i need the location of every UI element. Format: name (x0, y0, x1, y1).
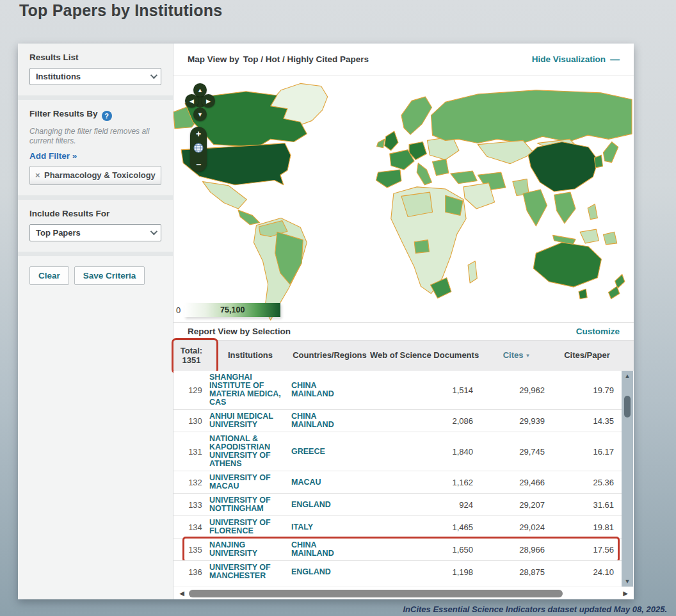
include-dropdown[interactable]: Top Papers (29, 224, 161, 241)
scroll-up-icon[interactable]: ▲ (625, 373, 631, 379)
filter-chip: × Pharmacology & Toxicology (35, 170, 156, 181)
main-panel: Results List Institutions Filter Results… (18, 44, 634, 599)
rank-cell: 130 (173, 416, 209, 426)
cites-per-paper-cell: 16.17 (552, 447, 622, 457)
filter-label-text: Filter Results By (29, 109, 98, 118)
country-link[interactable]: ITALY (291, 523, 368, 531)
customize-link[interactable]: Customize (576, 327, 620, 336)
globe-icon[interactable] (193, 143, 204, 156)
zoom-out-button[interactable]: − (196, 161, 201, 168)
filter-chip-label: Pharmacology & Toxicology (44, 170, 156, 180)
cites-per-paper-cell: 24.10 (552, 567, 622, 577)
table-wrap: 129SHANGHAI INSTITUTE OF MATERIA MEDICA,… (173, 371, 634, 587)
zoom-in-button[interactable]: + (196, 130, 201, 138)
vertical-scroll-track[interactable] (622, 379, 633, 578)
column-institutions: Institutions (209, 351, 291, 361)
pan-right-button[interactable]: ▶ (202, 94, 215, 108)
documents-cell: 924 (368, 500, 481, 510)
vertical-scrollbar[interactable]: ▲ ▼ (622, 371, 633, 587)
cites-per-paper-cell: 19.81 (552, 523, 622, 532)
results-list-label: Results List (29, 53, 161, 62)
table-row[interactable]: 136UNIVERSITY OF MANCHESTERENGLAND1,1982… (173, 560, 622, 583)
pan-left-button[interactable]: ◀ (185, 94, 198, 108)
country-link[interactable]: MACAU (291, 478, 368, 487)
total-value: 1351 (173, 356, 209, 366)
table-row[interactable]: 131NATIONAL & KAPODISTRIAN UNIVERSITY OF… (173, 432, 622, 471)
map-legend: 0 75,100 (176, 303, 280, 317)
filter-label: Filter Results By? (29, 109, 161, 121)
institution-link[interactable]: UNIVERSITY OF MANCHESTER (209, 563, 291, 580)
country-link[interactable]: ENGLAND (291, 568, 368, 576)
vertical-scroll-thumb[interactable] (624, 396, 631, 417)
cites-cell: 29,207 (481, 500, 552, 510)
results-list-section: Results List Institutions (18, 44, 173, 95)
table-header: Total: 1351 Institutions Countries/Regio… (173, 340, 634, 371)
results-list-dropdown[interactable]: Institutions (29, 68, 161, 85)
map-zoom-control: + − (190, 127, 207, 172)
total-header: Total: 1351 (173, 346, 209, 366)
scroll-down-icon[interactable]: ▼ (625, 578, 631, 585)
country-link[interactable]: GREECE (291, 448, 368, 456)
map-area: ▲ ◀ ▶ ▼ + − 0 (173, 76, 634, 322)
collapse-icon: — (610, 54, 620, 65)
institution-link[interactable]: NANJING UNIVERSITY (209, 541, 291, 558)
country-link[interactable]: CHINA MAINLAND (291, 412, 368, 429)
content: Map View byTop / Hot / Highly Cited Pape… (173, 44, 634, 599)
horizontal-scroll-thumb[interactable] (189, 590, 563, 597)
country-link[interactable]: CHINA MAINLAND (291, 382, 368, 398)
remove-filter-icon[interactable]: × (35, 170, 40, 181)
table-row[interactable]: 129SHANGHAI INSTITUTE OF MATERIA MEDICA,… (173, 371, 622, 409)
country-link[interactable]: ENGLAND (291, 501, 368, 509)
legend-max-value: 75,100 (220, 305, 245, 314)
report-header: Report View by Selection Customize (173, 322, 634, 340)
chevron-down-icon (150, 72, 157, 79)
documents-cell: 1,465 (368, 523, 481, 532)
page-title: Top Papers by Institutions (19, 1, 222, 20)
institution-link[interactable]: UNIVERSITY OF FLORENCE (209, 519, 291, 535)
documents-cell: 2,086 (368, 416, 481, 426)
map-header: Map View byTop / Hot / Highly Cited Pape… (173, 44, 634, 76)
table-row[interactable]: 133UNIVERSITY OF NOTTINGHAMENGLAND92429,… (173, 493, 622, 515)
table-row[interactable]: 134UNIVERSITY OF FLORENCEITALY1,46529,02… (173, 515, 622, 538)
filter-note: Changing the filter field removes all cu… (29, 127, 161, 146)
rank-cell: 129 (173, 385, 209, 395)
column-countries: Countries/Regions (291, 351, 368, 361)
rank-cell: 133 (173, 500, 209, 510)
save-criteria-button[interactable]: Save Criteria (74, 266, 145, 285)
cites-per-paper-cell: 19.79 (552, 385, 622, 395)
scroll-right-icon[interactable]: ▶ (621, 590, 630, 597)
horizontal-scroll-track[interactable] (186, 589, 621, 598)
institution-link[interactable]: ANHUI MEDICAL UNIVERSITY (209, 412, 291, 429)
include-value: Top Papers (36, 228, 81, 238)
rank-cell: 135 (173, 545, 209, 555)
institution-link[interactable]: NATIONAL & KAPODISTRIAN UNIVERSITY OF AT… (209, 435, 291, 468)
horizontal-scrollbar[interactable]: ◀ ▶ (173, 587, 634, 599)
sort-desc-icon: ▼ (525, 353, 530, 359)
institution-link[interactable]: UNIVERSITY OF NOTTINGHAM (209, 496, 291, 513)
table-row-highlighted[interactable]: 135NANJING UNIVERSITYCHINA MAINLAND1,650… (173, 538, 622, 560)
country-link[interactable]: CHINA MAINLAND (291, 541, 368, 558)
documents-cell: 1,162 (368, 478, 481, 487)
dataset-update-note: InCites Essential Science Indicators dat… (403, 604, 667, 614)
help-icon[interactable]: ? (102, 111, 112, 121)
world-choropleth-map[interactable] (173, 76, 633, 322)
column-cites-sort[interactable]: Cites▼ (481, 351, 552, 361)
institution-link[interactable]: UNIVERSITY OF MACAU (209, 474, 291, 490)
sidebar-filler (18, 295, 173, 599)
hide-visualization-link[interactable]: Hide Visualization — (532, 54, 620, 65)
report-view-title: Report View by Selection (188, 327, 291, 336)
column-cites-label: Cites (503, 350, 524, 360)
documents-cell: 1,650 (368, 545, 481, 555)
clear-button[interactable]: Clear (29, 266, 69, 285)
cites-cell: 29,466 (481, 478, 552, 487)
cites-cell: 29,939 (481, 416, 552, 426)
table-row[interactable]: 130ANHUI MEDICAL UNIVERSITYCHINA MAINLAN… (173, 409, 622, 432)
institution-link[interactable]: SHANGHAI INSTITUTE OF MATERIA MEDICA, CA… (209, 373, 291, 407)
add-filter-link[interactable]: Add Filter » (29, 151, 161, 161)
scroll-left-icon[interactable]: ◀ (177, 590, 186, 597)
cites-cell: 29,962 (481, 385, 552, 395)
sidebar-buttons: Clear Save Criteria (18, 256, 173, 295)
pan-down-button[interactable]: ▼ (193, 108, 207, 121)
map-view-title: Map View byTop / Hot / Highly Cited Pape… (188, 54, 369, 64)
table-row[interactable]: 132UNIVERSITY OF MACAUMACAU1,16229,46625… (173, 471, 622, 493)
